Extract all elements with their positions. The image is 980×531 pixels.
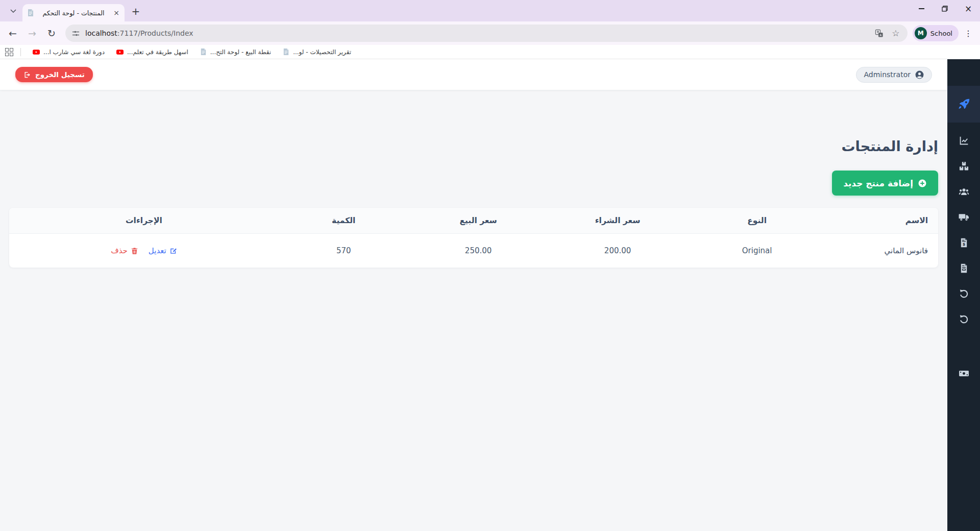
profile-name: School: [930, 30, 952, 37]
file-lines-icon: [959, 263, 969, 274]
bookmark-star-icon[interactable]: ☆: [890, 28, 901, 39]
header-purchase-price: سعر الشراء: [548, 208, 688, 234]
browser-profile-chip[interactable]: M School: [913, 25, 959, 41]
bookmarks-bar: دورة لغة سي شارب ا... اسهل طريقة في تعلم…: [0, 45, 980, 59]
sidebar-item-customers[interactable]: [947, 179, 980, 204]
sidebar-item-suppliers[interactable]: [947, 204, 980, 230]
close-window-button[interactable]: ×: [957, 0, 980, 17]
edit-link[interactable]: تعديل: [149, 246, 177, 255]
page-icon: [27, 9, 35, 17]
header-sale-price: سعر البيع: [409, 208, 548, 234]
bookmark-item[interactable]: اسهل طريقة في تعلم...: [112, 47, 192, 57]
chevron-down-icon: [10, 8, 16, 14]
svg-text:$: $: [962, 242, 965, 246]
users-icon: [959, 186, 969, 197]
user-circle-icon: [915, 70, 924, 80]
restore-icon: [942, 6, 948, 12]
products-table: الاسم النوع سعر الشراء سعر البيع الكمية …: [9, 208, 938, 268]
header-name: الاسم: [827, 208, 938, 234]
truck-icon: [959, 212, 969, 223]
add-product-button[interactable]: إضافة منتج جديد: [832, 171, 938, 196]
youtube-icon: [32, 48, 40, 56]
cell-purchase-price: 200.00: [548, 234, 688, 268]
sidebar-item-reports[interactable]: [947, 128, 980, 153]
cell-name: فانوس الماني: [827, 234, 938, 268]
bookmarks-divider: [20, 48, 21, 56]
logout-button[interactable]: تسجيل الخروج: [15, 67, 93, 82]
new-tab-button[interactable]: +: [129, 4, 143, 18]
edit-icon: [169, 247, 177, 255]
profile-avatar: M: [915, 27, 927, 39]
logout-label: تسجيل الخروج: [35, 70, 85, 79]
sidebar-item-home[interactable]: [947, 86, 980, 123]
page-title: إدارة المنتجات: [9, 138, 938, 154]
reload-button[interactable]: ↻: [43, 25, 60, 42]
window-controls: ×: [910, 0, 980, 17]
minimize-icon: [919, 8, 924, 9]
header-actions: الإجراءات: [9, 208, 279, 234]
browser-menu-button[interactable]: ⋮: [961, 26, 976, 41]
tab-close-icon[interactable]: ×: [112, 9, 120, 17]
plus-circle-icon: [918, 179, 927, 188]
file-invoice-dollar-icon: $: [959, 237, 969, 248]
cell-type: Original: [688, 234, 827, 268]
cell-actions: تعديل حذف: [9, 234, 279, 268]
sidebar-item-records[interactable]: [947, 255, 980, 281]
app-navbar: Adminstrator تسجيل الخروج: [0, 59, 947, 90]
sidebar-item-returns-purchases[interactable]: [947, 306, 980, 332]
page-icon: [200, 48, 207, 56]
undo-icon: [959, 314, 969, 325]
money-bill-icon: [959, 368, 969, 379]
table-row: فانوس الماني Original 200.00 250.00 570: [9, 234, 938, 268]
trash-icon: [131, 247, 138, 255]
products-table-card: الاسم النوع سعر الشراء سعر البيع الكمية …: [9, 208, 938, 268]
undo-icon: [959, 288, 969, 299]
apps-grid-icon[interactable]: [5, 48, 13, 56]
actions-row: إضافة منتج جديد: [9, 171, 938, 196]
youtube-icon: [116, 48, 124, 56]
browser-toolbar: ← → ↻ localhost:7117/Products/Index ☆ M …: [0, 21, 980, 45]
forward-button[interactable]: →: [23, 25, 41, 42]
boxes-icon: [959, 161, 969, 172]
restore-button[interactable]: [933, 0, 957, 17]
minimize-button[interactable]: [910, 0, 933, 17]
site-info-icon[interactable]: [71, 29, 80, 38]
address-bar[interactable]: localhost:7117/Products/Index ☆: [65, 25, 908, 42]
page-icon: [282, 48, 290, 56]
bookmark-item[interactable]: دورة لغة سي شارب ا...: [28, 47, 109, 57]
table-header-row: الاسم النوع سعر الشراء سعر البيع الكمية …: [9, 208, 938, 234]
sidebar-item-invoices[interactable]: $: [947, 230, 980, 255]
cell-sale-price: 250.00: [409, 234, 548, 268]
add-product-label: إضافة منتج جديد: [843, 178, 913, 188]
sidebar-item-returns-sales[interactable]: [947, 281, 980, 306]
header-type: النوع: [688, 208, 827, 234]
sidebar-item-products[interactable]: [947, 153, 980, 179]
logout-icon: [23, 71, 31, 79]
tab-search-button[interactable]: [6, 4, 20, 18]
app-main: Adminstrator تسجيل الخروج إدارة المنتجات: [0, 59, 947, 531]
close-icon: ×: [965, 5, 972, 13]
app-sidebar: $: [947, 59, 980, 531]
rocket-icon: [957, 98, 971, 111]
delete-link[interactable]: حذف: [111, 246, 138, 255]
chart-line-icon: [959, 135, 969, 146]
header-quantity: الكمية: [279, 208, 409, 234]
page-content: إدارة المنتجات إضافة منتج جديد الاسم: [0, 90, 947, 268]
back-button[interactable]: ←: [4, 25, 21, 42]
tab-title: المنتجات - لوحة التحكم: [39, 9, 108, 17]
bookmark-item[interactable]: نقطة البيع - لوحة التح...: [195, 47, 275, 57]
browser-tab[interactable]: المنتجات - لوحة التحكم ×: [22, 4, 125, 21]
user-role-label: Adminstrator: [864, 70, 911, 79]
sidebar-item-payments[interactable]: [947, 360, 980, 386]
url-text: localhost:7117/Products/Index: [85, 29, 193, 37]
app-root: Adminstrator تسجيل الخروج إدارة المنتجات: [0, 59, 980, 531]
bookmark-item[interactable]: تقرير التحصيلات - لو...: [278, 47, 355, 57]
cell-quantity: 570: [279, 234, 409, 268]
sidebar-nav: $: [947, 128, 980, 386]
browser-tab-strip: المنتجات - لوحة التحكم × + ×: [0, 0, 980, 21]
translate-icon[interactable]: [874, 28, 885, 39]
user-role-badge[interactable]: Adminstrator: [856, 67, 932, 83]
